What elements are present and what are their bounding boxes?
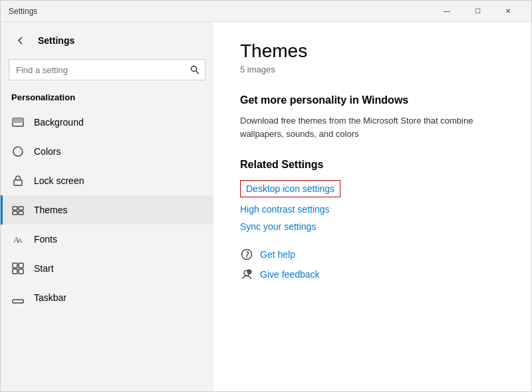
sidebar-item-background[interactable]: Background: [1, 108, 213, 137]
search-box: [9, 59, 205, 80]
background-icon: [11, 116, 25, 129]
back-icon: [17, 37, 25, 45]
get-help-link[interactable]: Get help: [260, 249, 295, 260]
svg-point-18: [246, 256, 247, 258]
svg-rect-9: [19, 211, 23, 215]
svg-text:A: A: [18, 237, 23, 244]
lock-icon: [11, 174, 25, 187]
help-section: Get help + Give feedback: [240, 248, 505, 281]
svg-text:+: +: [249, 270, 251, 274]
sidebar-item-start[interactable]: Start: [1, 254, 213, 283]
sidebar-item-colors-label: Colors: [34, 146, 61, 157]
svg-line-1: [196, 71, 199, 74]
sidebar-title: Settings: [38, 35, 74, 46]
maximize-button[interactable]: ☐: [462, 1, 493, 22]
sidebar-header: Settings: [1, 22, 213, 56]
search-button[interactable]: [184, 59, 205, 80]
app-body: Settings Personalization: [1, 22, 531, 391]
get-help-item[interactable]: Get help: [240, 248, 505, 261]
section-label: Personalization: [1, 88, 213, 108]
sidebar-item-fonts[interactable]: A A Fonts: [1, 225, 213, 254]
sidebar-item-taskbar-label: Taskbar: [34, 292, 66, 303]
svg-rect-5: [14, 180, 22, 185]
sidebar-item-lock-screen-label: Lock screen: [34, 175, 84, 186]
sidebar-item-themes-label: Themes: [34, 205, 68, 215]
get-help-icon: [240, 248, 253, 261]
svg-rect-3: [13, 118, 23, 123]
search-icon: [190, 65, 200, 74]
page-subtitle: 5 images: [240, 64, 505, 74]
personality-heading: Get more personality in Windows: [240, 94, 505, 106]
sidebar-item-fonts-label: Fonts: [34, 234, 57, 245]
title-bar-title: Settings: [9, 7, 432, 16]
window-controls: — ☐ ✕: [432, 1, 523, 22]
themes-icon: [11, 203, 25, 217]
page-title: Themes: [240, 41, 505, 62]
sidebar: Settings Personalization: [1, 22, 213, 391]
sidebar-item-background-label: Background: [34, 117, 84, 128]
related-settings-title: Related Settings: [240, 159, 505, 171]
minimize-button[interactable]: —: [432, 1, 462, 22]
svg-rect-14: [13, 269, 17, 274]
sidebar-item-themes[interactable]: Themes: [1, 195, 213, 225]
start-icon: [11, 262, 25, 275]
back-button[interactable]: [11, 31, 30, 50]
svg-rect-7: [19, 207, 23, 210]
colors-icon: [11, 145, 25, 158]
fonts-icon: A A: [11, 233, 25, 246]
sidebar-item-colors[interactable]: Colors: [1, 137, 213, 166]
svg-point-17: [242, 250, 252, 260]
svg-rect-16: [13, 300, 23, 303]
svg-rect-12: [13, 263, 17, 268]
main-content: Themes 5 images Get more personality in …: [213, 22, 531, 391]
desktop-icon-settings-link[interactable]: Desktop icon settings: [240, 180, 340, 197]
give-feedback-item[interactable]: + Give feedback: [240, 268, 505, 281]
taskbar-icon: [11, 291, 25, 304]
sync-settings-link[interactable]: Sync your settings: [240, 221, 505, 232]
settings-window: Settings — ☐ ✕ Settings: [0, 0, 532, 392]
sidebar-item-start-label: Start: [34, 263, 54, 274]
sidebar-item-lock-screen[interactable]: Lock screen: [1, 166, 213, 195]
title-bar: Settings — ☐ ✕: [1, 1, 531, 22]
search-input[interactable]: [9, 59, 205, 80]
svg-rect-13: [19, 263, 23, 268]
personality-description: Download free themes from the Microsoft …: [240, 114, 493, 140]
high-contrast-settings-link[interactable]: High contrast settings: [240, 204, 505, 215]
svg-rect-8: [13, 211, 17, 215]
give-feedback-link[interactable]: Give feedback: [260, 269, 320, 280]
svg-rect-6: [13, 207, 17, 210]
svg-point-0: [192, 66, 197, 72]
svg-rect-15: [19, 269, 23, 274]
give-feedback-icon: +: [240, 268, 253, 281]
sidebar-item-taskbar[interactable]: Taskbar: [1, 283, 213, 312]
close-button[interactable]: ✕: [493, 1, 523, 22]
